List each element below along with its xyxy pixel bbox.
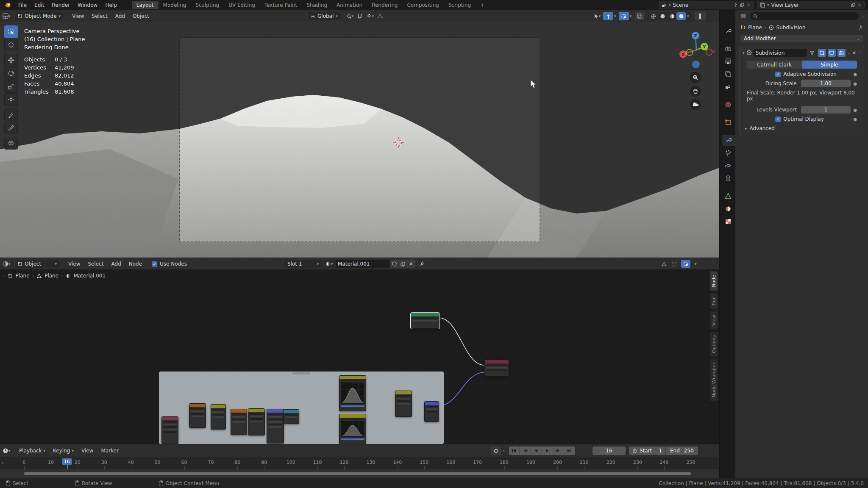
- properties-tab-physics[interactable]: [722, 160, 734, 171]
- current-frame-indicator[interactable]: 16: [62, 458, 72, 465]
- shader-menu-add[interactable]: Add: [108, 261, 125, 267]
- workspace-tab-compositing[interactable]: Compositing: [402, 1, 443, 9]
- object-icon[interactable]: [740, 25, 746, 30]
- menu-render[interactable]: Render: [48, 2, 74, 8]
- curve-node-bottom[interactable]: [339, 414, 366, 444]
- sidebar-tab-node[interactable]: Node: [710, 271, 718, 291]
- pan-hand-button[interactable]: [690, 86, 701, 97]
- timeline-track[interactable]: [0, 469, 719, 478]
- use-nodes-toggle[interactable]: ✓ Use Nodes: [152, 261, 187, 267]
- add-modifier-dropdown[interactable]: Add Modifier⌄: [740, 35, 863, 42]
- end-frame-field[interactable]: End 250: [666, 446, 698, 455]
- subdivision-type-simple[interactable]: Simple: [802, 61, 857, 69]
- vector-node-1[interactable]: [267, 409, 284, 444]
- displacement-node[interactable]: [424, 401, 439, 422]
- zoom-button[interactable]: [690, 72, 701, 83]
- expand-modifier-chevron[interactable]: ▾: [743, 51, 745, 55]
- workspace-tab-modeling[interactable]: Modeling: [159, 1, 191, 9]
- measure-tool-button[interactable]: [4, 122, 18, 134]
- xray-toggle[interactable]: [635, 12, 644, 20]
- pin-icon[interactable]: [420, 261, 425, 266]
- sidebar-tab-tool[interactable]: Tool: [710, 293, 718, 309]
- jump-to-end-button[interactable]: [564, 446, 575, 455]
- animate-dot[interactable]: ●: [853, 81, 857, 86]
- render-display-toggle[interactable]: [837, 49, 846, 57]
- prev-keyframe-button[interactable]: [520, 446, 531, 455]
- breadcrumb-object[interactable]: Plane: [748, 25, 762, 30]
- texture-node-2[interactable]: [231, 409, 247, 435]
- properties-tab-object[interactable]: [722, 117, 734, 128]
- display-filter-icon[interactable]: [739, 14, 747, 19]
- converter-node-3[interactable]: [395, 391, 412, 417]
- timeline-menu-keying[interactable]: Keying ▾: [49, 448, 78, 454]
- snap-target-button[interactable]: ▾: [345, 14, 356, 19]
- transform-tool-button[interactable]: [4, 93, 18, 106]
- curve-node-top[interactable]: [339, 375, 366, 411]
- editor-type-button[interactable]: ▾: [0, 261, 13, 267]
- viewport-menu-view[interactable]: View: [68, 13, 88, 19]
- properties-tab-texture[interactable]: [722, 216, 734, 227]
- browse-material-button[interactable]: ▾: [323, 260, 336, 268]
- properties-tab-view-layer[interactable]: [722, 69, 734, 80]
- properties-tab-material[interactable]: [722, 203, 734, 214]
- timeline-scrollbar[interactable]: [24, 472, 691, 475]
- viewport-menu-select[interactable]: Select: [88, 13, 111, 19]
- view-layer-selector[interactable]: ▾ View Layer ✕: [757, 1, 865, 9]
- converter-node-1[interactable]: [211, 404, 226, 430]
- scale-tool-button[interactable]: [4, 80, 18, 93]
- close-icon[interactable]: ✕: [746, 2, 751, 8]
- workspace-tab-scripting[interactable]: Scripting: [444, 1, 476, 9]
- viewport-menu-object[interactable]: Object: [129, 13, 153, 19]
- shader-type-dropdown[interactable]: Object ▾: [14, 260, 60, 268]
- modifier-extras-chevron[interactable]: ⌄: [847, 51, 851, 55]
- timeline-ruler[interactable]: 0102030405060708090100110120130140150160…: [0, 457, 719, 469]
- modifier-name-field[interactable]: Subdivision: [754, 49, 807, 57]
- blender-logo-icon[interactable]: [4, 2, 11, 8]
- properties-tab-output[interactable]: [722, 56, 734, 67]
- cursor-tool-button[interactable]: [4, 39, 18, 51]
- mix-node[interactable]: [283, 409, 299, 424]
- shading-material-button[interactable]: [667, 12, 676, 20]
- fac-slider[interactable]: [341, 405, 364, 407]
- shading-wireframe-button[interactable]: [648, 12, 658, 20]
- properties-tab-tool[interactable]: [722, 25, 734, 36]
- transform-orientation-dropdown[interactable]: Global ▾: [307, 12, 341, 20]
- scene-selector[interactable]: ▾ Scene ✕: [659, 1, 754, 9]
- fake-user-shield-icon[interactable]: [390, 260, 398, 268]
- shading-solid-button[interactable]: [658, 12, 667, 20]
- converter-node-2[interactable]: [248, 408, 265, 435]
- camera-view-button[interactable]: [690, 99, 701, 110]
- dicing-scale-field[interactable]: 1.00: [801, 80, 851, 87]
- breadcrumb-item[interactable]: Subdivision: [776, 25, 806, 30]
- viewport-menu-add[interactable]: Add: [111, 13, 129, 19]
- workspace-tab-+[interactable]: +: [476, 1, 489, 9]
- workspace-tab-animation[interactable]: Animation: [332, 1, 367, 9]
- workspace-tab-uv-editing[interactable]: UV Editing: [224, 1, 260, 9]
- sidebar-tab-view[interactable]: View: [710, 311, 718, 330]
- input-node[interactable]: [161, 416, 178, 444]
- annotate-tool-button[interactable]: [4, 108, 18, 121]
- copy-material-icon[interactable]: [398, 260, 407, 268]
- add-cube-tool-button[interactable]: [4, 137, 18, 150]
- adaptive-subdivision-row[interactable]: ✓ Adaptive Subdivision: [775, 71, 851, 77]
- pause-render-button[interactable]: ‖: [695, 12, 706, 20]
- start-frame-field[interactable]: Start 1: [629, 446, 665, 455]
- material-slot-dropdown[interactable]: Slot 1▾: [284, 260, 322, 268]
- sidebar-collapse-arrow[interactable]: ‹: [713, 48, 715, 54]
- select-box-tool-button[interactable]: [4, 25, 18, 38]
- edit-mode-display-toggle[interactable]: [808, 49, 816, 57]
- menu-help[interactable]: Help: [101, 2, 120, 8]
- rotate-tool-button[interactable]: [4, 67, 18, 80]
- properties-tab-render[interactable]: [722, 43, 734, 54]
- optimal-display-row[interactable]: ✓ Optimal Display: [775, 116, 851, 122]
- advanced-section-header[interactable]: ▸ Advanced: [745, 125, 859, 131]
- viewport-canvas[interactable]: Camera Perspective (16) Collection | Pla…: [0, 22, 719, 258]
- editor-type-button[interactable]: ▾: [0, 448, 13, 454]
- cage-display-toggle[interactable]: [818, 49, 826, 57]
- search-input[interactable]: [750, 12, 859, 20]
- realtime-display-toggle[interactable]: [828, 49, 836, 57]
- properties-tab-world[interactable]: [722, 99, 734, 110]
- current-frame-field[interactable]: 16: [593, 446, 626, 455]
- workspace-tab-layout[interactable]: Layout: [132, 1, 159, 9]
- close-icon[interactable]: ✕: [857, 2, 862, 8]
